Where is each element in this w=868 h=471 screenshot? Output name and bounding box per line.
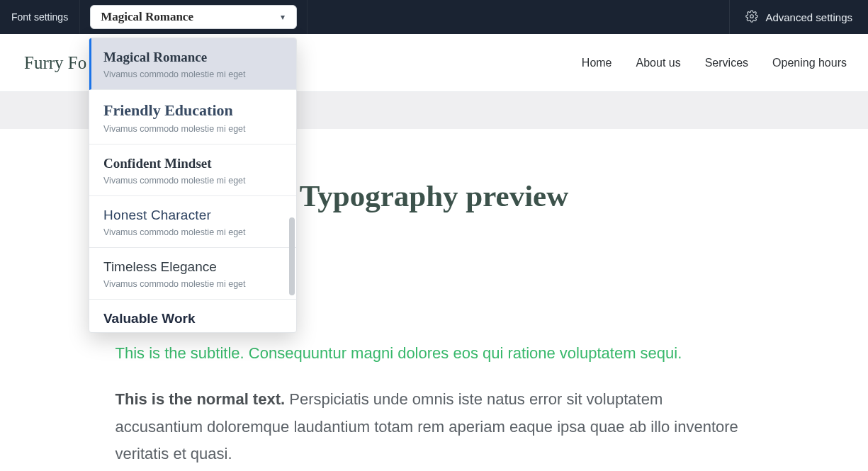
- font-option-sample: Vivamus commodo molestie mi eget: [103, 69, 282, 79]
- svg-point-0: [750, 14, 754, 18]
- font-option-sample: Vivamus commodo molestie mi eget: [103, 124, 282, 134]
- font-option-title: Confident Mindset: [103, 156, 282, 171]
- nav-hours[interactable]: Opening hours: [772, 57, 847, 69]
- advanced-settings-button[interactable]: Advanced settings: [729, 0, 868, 34]
- subtitle: This is the subtitle. Consequuntur magni…: [115, 341, 753, 365]
- font-option[interactable]: Honest CharacterVivamus commodo molestie…: [89, 196, 296, 248]
- font-option-sample: Vivamus commodo molestie mi eget: [103, 227, 282, 237]
- font-option[interactable]: Magical RomanceVivamus commodo molestie …: [89, 38, 296, 90]
- dropdown-scrollbar[interactable]: [289, 217, 295, 295]
- font-select[interactable]: Magical Romance ▾: [90, 5, 297, 29]
- settings-toolbar: Font settings Magical Romance ▾ Advanced…: [0, 0, 868, 34]
- font-option-title: Honest Character: [103, 208, 282, 223]
- chevron-down-icon: ▾: [275, 12, 291, 22]
- font-settings-label: Font settings: [0, 0, 80, 34]
- font-select-container: Magical Romance ▾: [80, 0, 308, 34]
- site-logo: Furry Fo: [24, 53, 86, 73]
- gear-icon: [745, 10, 758, 25]
- font-option-sample: Vivamus commodo molestie mi eget: [103, 279, 282, 289]
- advanced-settings-label: Advanced settings: [765, 11, 852, 23]
- font-option-title: Magical Romance: [103, 50, 282, 65]
- font-option[interactable]: Timeless EleganceVivamus commodo molesti…: [89, 248, 296, 300]
- font-option-sample: Vivamus commodo molestie mi eget: [103, 176, 282, 186]
- primary-nav: Home About us Services Opening hours: [582, 57, 847, 69]
- body-lead: This is the normal text.: [115, 390, 286, 408]
- font-option-sample: Vivamus commodo molestie mi eget: [103, 331, 282, 332]
- nav-about[interactable]: About us: [636, 57, 681, 69]
- font-dropdown: Magical RomanceVivamus commodo molestie …: [89, 38, 297, 333]
- font-option-title: Valuable Work: [103, 311, 282, 327]
- font-option-title: Timeless Elegance: [103, 259, 282, 275]
- font-option[interactable]: Friendly EducationVivamus commodo molest…: [89, 90, 296, 144]
- nav-services[interactable]: Services: [705, 57, 748, 69]
- nav-home[interactable]: Home: [582, 57, 612, 69]
- font-option[interactable]: Valuable WorkVivamus commodo molestie mi…: [89, 300, 296, 332]
- font-select-value: Magical Romance: [101, 10, 193, 24]
- body-text: This is the normal text. Perspiciatis un…: [115, 386, 753, 468]
- font-option[interactable]: Confident MindsetVivamus commodo molesti…: [89, 144, 296, 196]
- font-option-title: Friendly Education: [103, 101, 282, 120]
- font-settings-text: Font settings: [11, 11, 68, 23]
